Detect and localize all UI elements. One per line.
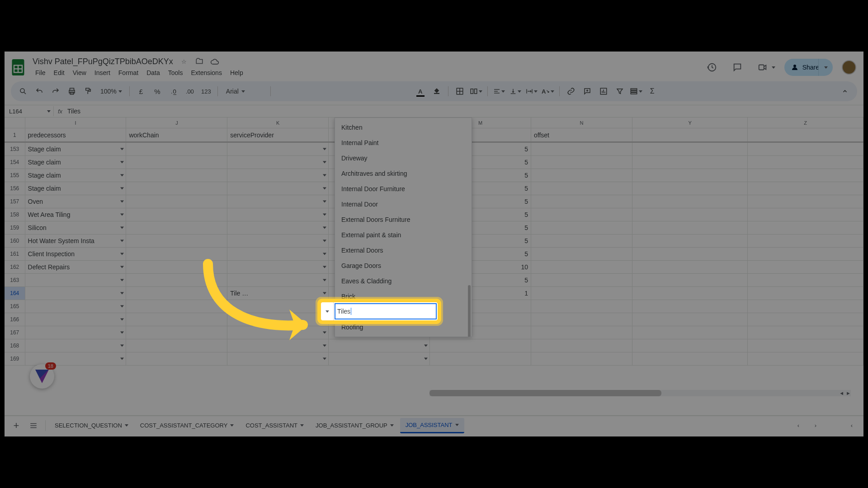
cell[interactable]: [632, 248, 748, 260]
cell[interactable]: [632, 208, 748, 221]
sheet-tab[interactable]: COST_ASSISTANT_CATEGORY: [135, 418, 240, 433]
borders-icon[interactable]: [453, 84, 467, 98]
decrease-decimal-icon[interactable]: .0̲: [167, 84, 180, 98]
row-header[interactable]: 163: [5, 274, 25, 286]
cell[interactable]: [748, 287, 863, 300]
all-sheets-button[interactable]: [25, 418, 42, 434]
sheet-tab-menu-icon[interactable]: [125, 424, 128, 427]
cell[interactable]: [531, 352, 632, 365]
row-header[interactable]: 154: [5, 156, 25, 169]
cell[interactable]: [227, 300, 329, 313]
cell[interactable]: [227, 313, 329, 326]
cell[interactable]: [531, 248, 632, 260]
v-align-icon[interactable]: [509, 84, 522, 98]
cell-dropdown-icon[interactable]: [120, 188, 124, 190]
cell[interactable]: [227, 182, 329, 195]
dropdown-item[interactable]: Architraves and skirting: [335, 166, 472, 181]
filter-icon[interactable]: [613, 84, 627, 98]
col-header-Z[interactable]: Z: [748, 117, 863, 128]
row-header[interactable]: 164: [5, 287, 25, 300]
cell[interactable]: [126, 221, 227, 234]
cell-dropdown-icon[interactable]: [120, 253, 124, 255]
cell[interactable]: [632, 287, 748, 300]
active-cell-editor[interactable]: Tiles: [335, 303, 437, 319]
cell[interactable]: [227, 339, 329, 352]
header-serviceprovider[interactable]: serviceProvider: [227, 128, 329, 141]
row-header[interactable]: 159: [5, 221, 25, 234]
cell[interactable]: Wet Area Tiling: [25, 208, 127, 221]
sheet-tab-menu-icon[interactable]: [300, 424, 304, 427]
cell[interactable]: Stage claim: [25, 143, 127, 155]
cell[interactable]: Defect Repairs: [25, 261, 127, 273]
cell-dropdown-icon[interactable]: [323, 266, 326, 268]
horizontal-scrollbar[interactable]: ◄►: [429, 390, 851, 396]
cell[interactable]: [227, 326, 329, 339]
cell[interactable]: [632, 300, 748, 313]
cell[interactable]: [227, 248, 329, 260]
cell-dropdown-icon[interactable]: [323, 332, 326, 334]
cell[interactable]: [632, 339, 748, 352]
dropdown-trigger-icon[interactable]: [321, 302, 334, 320]
menu-data[interactable]: Data: [143, 67, 164, 78]
col-header-J[interactable]: J: [126, 117, 227, 128]
cell-dropdown-icon[interactable]: [323, 240, 326, 242]
row-header[interactable]: 156: [5, 182, 25, 195]
cell[interactable]: [227, 169, 329, 182]
row-header[interactable]: 166: [5, 313, 25, 326]
cell[interactable]: [531, 274, 632, 286]
cell-dropdown-icon[interactable]: [120, 305, 124, 308]
cell[interactable]: [329, 339, 430, 352]
select-all-corner[interactable]: [5, 117, 25, 128]
row-header[interactable]: 167: [5, 326, 25, 339]
row-header[interactable]: 168: [5, 339, 25, 352]
h-align-icon[interactable]: [492, 84, 506, 98]
cell[interactable]: [531, 195, 632, 208]
cell[interactable]: [632, 261, 748, 273]
sheet-tab[interactable]: JOB_ASSISTANT: [400, 418, 464, 433]
cell-dropdown-icon[interactable]: [120, 227, 124, 229]
dropdown-item[interactable]: Eaves & Cladding: [335, 273, 472, 289]
cell[interactable]: [329, 352, 430, 365]
cell[interactable]: [430, 339, 531, 352]
cell[interactable]: [126, 248, 227, 260]
cell[interactable]: [227, 156, 329, 169]
dropdown-item[interactable]: Brick: [335, 289, 472, 304]
sheet-tab[interactable]: JOB_ASSISTANT_GROUP: [310, 418, 399, 433]
scroll-tabs-right[interactable]: ›: [807, 418, 824, 434]
row-header[interactable]: 162: [5, 261, 25, 273]
cell[interactable]: [531, 208, 632, 221]
scroll-tabs-left[interactable]: ‹: [790, 418, 807, 434]
cell[interactable]: [632, 195, 748, 208]
dropdown-item[interactable]: Internal Door Furniture: [335, 181, 472, 197]
cell-dropdown-icon[interactable]: [120, 332, 124, 334]
cell[interactable]: [632, 235, 748, 247]
cell[interactable]: [126, 261, 227, 273]
row-header-1[interactable]: 1: [5, 128, 25, 141]
row-header[interactable]: 157: [5, 195, 25, 208]
comments-icon[interactable]: [729, 59, 745, 75]
cell[interactable]: Client Inspection: [25, 248, 127, 260]
cell[interactable]: [126, 326, 227, 339]
cell-dropdown-icon[interactable]: [323, 358, 326, 360]
cell[interactable]: [531, 182, 632, 195]
cell[interactable]: [126, 300, 227, 313]
cell[interactable]: [126, 235, 227, 247]
insert-chart-icon[interactable]: [597, 84, 610, 98]
explore-button[interactable]: ‹: [844, 418, 860, 434]
cell-dropdown-icon[interactable]: [120, 319, 124, 321]
col-header-I[interactable]: I: [25, 117, 127, 128]
header-offset[interactable]: offset: [531, 128, 632, 141]
dropdown-scrollbar[interactable]: [468, 285, 471, 337]
cell-dropdown-icon[interactable]: [323, 253, 326, 255]
cell[interactable]: [531, 287, 632, 300]
cell[interactable]: [748, 339, 863, 352]
cell[interactable]: [126, 169, 227, 182]
cell-dropdown-icon[interactable]: [424, 345, 428, 347]
cell[interactable]: [430, 352, 531, 365]
filter-views-icon[interactable]: [629, 84, 643, 98]
cell[interactable]: [25, 352, 127, 365]
cell-dropdown-icon[interactable]: [120, 148, 124, 150]
add-sheet-button[interactable]: +: [8, 418, 24, 434]
cell[interactable]: [748, 208, 863, 221]
cell[interactable]: [25, 287, 127, 300]
